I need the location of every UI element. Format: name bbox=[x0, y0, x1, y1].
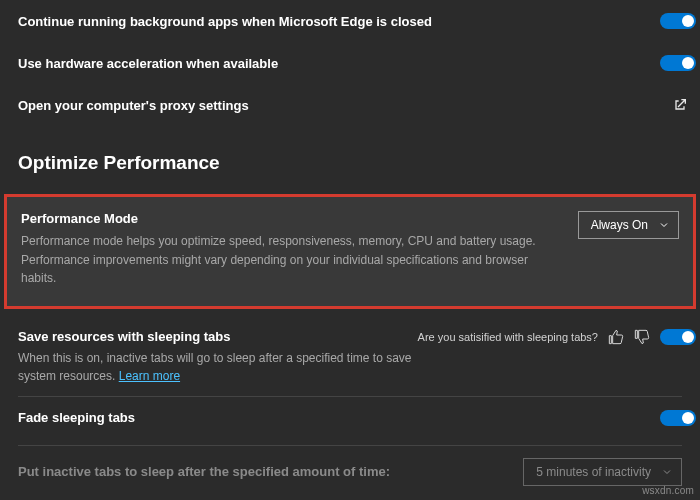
external-link-icon bbox=[672, 97, 688, 113]
hw-accel-row: Use hardware acceleration when available bbox=[0, 42, 700, 84]
sleeping-tabs-toggle[interactable] bbox=[660, 329, 696, 345]
optimize-performance-header: Optimize Performance bbox=[0, 126, 700, 184]
proxy-row[interactable]: Open your computer's proxy settings bbox=[0, 84, 700, 126]
thumbs-down-icon[interactable] bbox=[634, 329, 650, 345]
hw-accel-toggle[interactable] bbox=[660, 55, 696, 71]
sleeping-tabs-title: Save resources with sleeping tabs bbox=[18, 329, 230, 344]
sleeping-tabs-learn-more-link[interactable]: Learn more bbox=[119, 369, 180, 383]
sleep-timer-title: Put inactive tabs to sleep after the spe… bbox=[18, 464, 390, 479]
sleep-timer-dropdown[interactable]: 5 minutes of inactivity bbox=[523, 458, 682, 486]
sleep-timer-value: 5 minutes of inactivity bbox=[536, 465, 651, 479]
bg-apps-toggle[interactable] bbox=[660, 13, 696, 29]
chevron-down-icon bbox=[658, 219, 670, 231]
watermark: wsxdn.com bbox=[642, 485, 694, 496]
chevron-down-icon bbox=[661, 466, 673, 478]
thumbs-up-icon[interactable] bbox=[608, 329, 624, 345]
bg-apps-row: Continue running background apps when Mi… bbox=[0, 0, 700, 42]
fade-sleeping-tabs-toggle[interactable] bbox=[660, 410, 696, 426]
fade-sleeping-tabs-row: Fade sleeping tabs bbox=[0, 397, 700, 439]
performance-mode-box: Performance Mode Performance mode helps … bbox=[4, 194, 696, 309]
fade-sleeping-tabs-title: Fade sleeping tabs bbox=[18, 410, 135, 425]
sleeping-tabs-desc: When this is on, inactive tabs will go t… bbox=[18, 349, 418, 386]
sleeping-tabs-feedback-q: Are you satisified with sleeping tabs? bbox=[418, 331, 598, 343]
bg-apps-title: Continue running background apps when Mi… bbox=[18, 14, 432, 29]
performance-mode-desc: Performance mode helps you optimize spee… bbox=[21, 232, 561, 288]
hw-accel-title: Use hardware acceleration when available bbox=[18, 56, 278, 71]
performance-mode-title: Performance Mode bbox=[21, 211, 578, 226]
sleep-timer-row: Put inactive tabs to sleep after the spe… bbox=[0, 446, 700, 498]
performance-mode-dropdown[interactable]: Always On bbox=[578, 211, 679, 239]
sleeping-tabs-row: Save resources with sleeping tabs Are yo… bbox=[0, 319, 700, 390]
proxy-title: Open your computer's proxy settings bbox=[18, 98, 249, 113]
performance-mode-value: Always On bbox=[591, 218, 648, 232]
